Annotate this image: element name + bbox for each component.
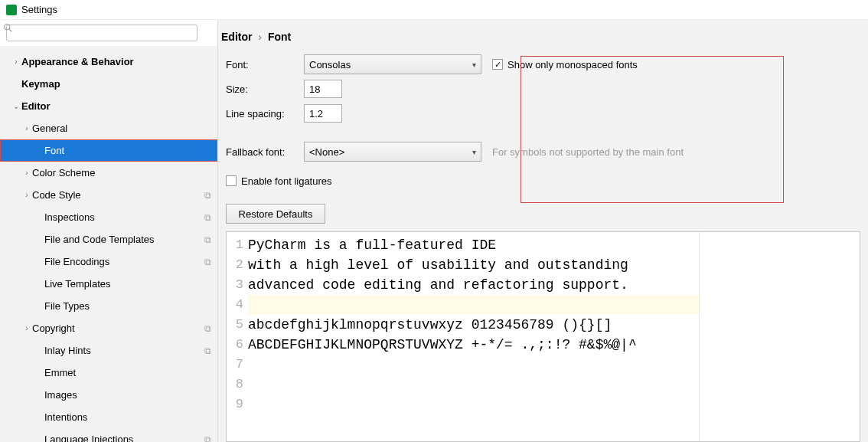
line-spacing-input[interactable]: [304, 104, 342, 123]
chevron-right-icon: ›: [258, 31, 262, 43]
sidebar-item-font[interactable]: Font: [0, 139, 217, 162]
settings-tree: ›Appearance & BehaviorKeymap⌄Editor›Gene…: [0, 46, 217, 442]
enable-ligatures-label: Enable font ligatures: [241, 175, 332, 187]
scope-icon: ⧉: [204, 434, 211, 443]
sidebar-item-label: Images: [44, 389, 211, 401]
sidebar-item-label: File Encodings: [44, 256, 204, 267]
sidebar-item-editor[interactable]: ⌄Editor: [0, 95, 217, 117]
preview-line: ABCDEFGHIJKLMNOPQRSTUVWXYZ +-*/= .,;:!? …: [248, 335, 699, 355]
sidebar-item-label: File and Code Templates: [44, 234, 204, 245]
sidebar-item-code-style[interactable]: ›Code Style⧉: [0, 184, 217, 206]
sidebar-item-label: Live Templates: [44, 278, 211, 290]
scope-icon: ⧉: [204, 345, 211, 356]
sidebar-item-file-types[interactable]: File Types: [0, 295, 217, 317]
scope-icon: ⧉: [204, 323, 211, 334]
font-preview: 123456789 PyCharm is a full-featured IDE…: [226, 231, 860, 442]
sidebar-item-label: Color Scheme: [32, 167, 211, 178]
size-label: Size:: [226, 83, 298, 95]
sidebar-item-label: Language Injections: [44, 434, 204, 442]
scope-icon: ⧉: [204, 234, 211, 245]
sidebar-item-label: Inlay Hints: [44, 345, 204, 356]
preview-line: abcdefghijklmnopqrstuvwxyz 0123456789 ()…: [248, 315, 699, 335]
sidebar-item-copyright[interactable]: ›Copyright⧉: [0, 317, 217, 339]
breadcrumb: Editor › Font: [218, 20, 868, 52]
chevron-down-icon: ▾: [472, 61, 476, 69]
enable-ligatures-checkbox[interactable]: [226, 175, 237, 186]
sidebar-item-file-encodings[interactable]: File Encodings⧉: [0, 250, 217, 273]
line-number: 3: [227, 275, 243, 295]
breadcrumb-font: Font: [268, 31, 291, 43]
sidebar-item-inlay-hints[interactable]: Inlay Hints⧉: [0, 339, 217, 362]
preview-line: with a high level of usability and outst…: [248, 255, 699, 275]
font-select-value: Consolas: [309, 59, 351, 70]
svg-line-1: [9, 29, 12, 32]
line-number: 5: [227, 315, 243, 335]
scope-icon: ⧉: [204, 257, 211, 267]
svg-point-0: [5, 25, 10, 30]
chevron-down-icon[interactable]: ⌄: [11, 102, 21, 110]
line-number: 1: [227, 235, 243, 255]
preview-line: advanced code editing and refactoring su…: [248, 275, 699, 295]
sidebar-item-intentions[interactable]: Intentions: [0, 406, 217, 428]
sidebar-item-label: Copyright: [32, 322, 204, 334]
line-number: 2: [227, 255, 243, 275]
chevron-right-icon[interactable]: ›: [21, 124, 32, 133]
preview-code[interactable]: PyCharm is a full-featured IDE with a hi…: [248, 232, 699, 441]
fallback-hint: For symbols not supported by the main fo…: [492, 146, 684, 158]
sidebar-item-live-templates[interactable]: Live Templates: [0, 273, 217, 295]
line-number: 7: [227, 355, 243, 375]
fallback-font-label: Fallback font:: [226, 146, 298, 158]
preview-line: [248, 375, 699, 395]
titlebar: Settings: [0, 0, 868, 20]
sidebar-item-images[interactable]: Images: [0, 384, 217, 406]
sidebar-item-label: General: [32, 123, 211, 134]
window-title: Settings: [21, 4, 57, 15]
preview-gutter: 123456789: [227, 232, 248, 441]
sidebar-item-label: Intentions: [44, 411, 211, 423]
sidebar-item-label: Editor: [21, 100, 211, 112]
chevron-right-icon[interactable]: ›: [21, 324, 32, 332]
restore-defaults-button[interactable]: Restore Defaults: [226, 204, 325, 224]
sidebar-item-label: Font: [44, 145, 211, 156]
sidebar-item-label: Keymap: [21, 78, 211, 90]
sidebar-item-inspections[interactable]: Inspections⧉: [0, 206, 217, 228]
fallback-font-select[interactable]: <None> ▾: [304, 142, 481, 162]
settings-sidebar: ›Appearance & BehaviorKeymap⌄Editor›Gene…: [0, 20, 218, 442]
line-spacing-label: Line spacing:: [226, 108, 298, 120]
sidebar-item-label: Appearance & Behavior: [21, 56, 211, 67]
sidebar-item-color-scheme[interactable]: ›Color Scheme: [0, 162, 217, 184]
fallback-font-value: <None>: [309, 146, 344, 158]
sidebar-item-general[interactable]: ›General: [0, 117, 217, 139]
preview-line: [248, 395, 699, 414]
sidebar-item-label: Inspections: [44, 211, 204, 223]
scope-icon: ⧉: [204, 212, 211, 223]
preview-line: [248, 295, 699, 315]
chevron-right-icon[interactable]: ›: [21, 169, 32, 177]
line-number: 4: [227, 295, 243, 315]
preview-line: PyCharm is a full-featured IDE: [248, 235, 699, 255]
font-select[interactable]: Consolas ▾: [304, 54, 481, 74]
chevron-right-icon[interactable]: ›: [11, 57, 21, 66]
sidebar-item-appearance-behavior[interactable]: ›Appearance & Behavior: [0, 51, 217, 73]
sidebar-item-label: Code Style: [32, 189, 204, 201]
breadcrumb-editor[interactable]: Editor: [221, 31, 252, 43]
show-monospaced-label: Show only monospaced fonts: [507, 59, 638, 70]
show-monospaced-checkbox[interactable]: [492, 59, 503, 70]
chevron-right-icon[interactable]: ›: [21, 191, 32, 199]
sidebar-item-label: File Types: [44, 300, 211, 312]
sidebar-item-language-injections[interactable]: Language Injections⧉: [0, 428, 217, 442]
sidebar-item-file-and-code-templates[interactable]: File and Code Templates⧉: [0, 228, 217, 250]
sidebar-item-emmet[interactable]: Emmet: [0, 362, 217, 384]
search-input[interactable]: [6, 25, 197, 41]
sidebar-item-keymap[interactable]: Keymap: [0, 73, 217, 95]
line-number: 8: [227, 375, 243, 395]
preview-right-pane: [699, 232, 860, 441]
scope-icon: ⧉: [204, 190, 211, 201]
sidebar-item-label: Emmet: [44, 367, 211, 378]
size-input[interactable]: [304, 80, 342, 98]
search-icon: [3, 23, 14, 34]
line-number: 6: [227, 335, 243, 355]
chevron-down-icon: ▾: [472, 148, 476, 156]
preview-line: [248, 355, 699, 375]
line-number: 9: [227, 395, 243, 414]
